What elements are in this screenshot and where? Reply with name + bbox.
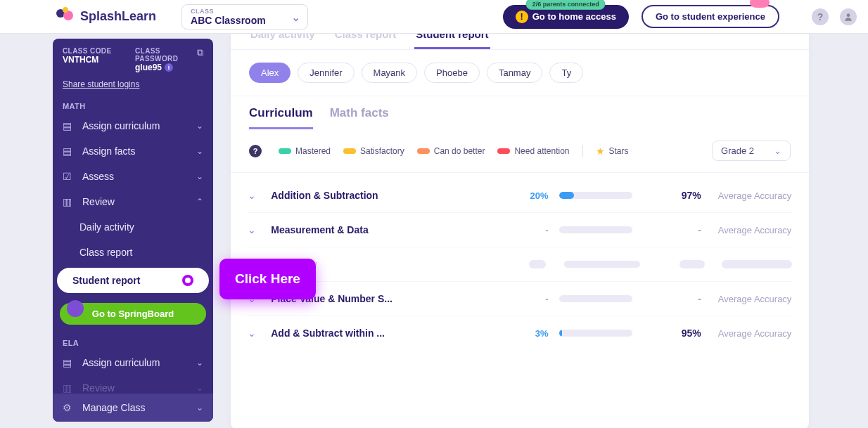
sidebar-item-class-report[interactable]: Class report xyxy=(53,240,213,265)
nav-label: Review xyxy=(82,382,196,394)
topic-name: Addition & Subtraction xyxy=(271,190,510,201)
report-card: Daily activity Class report Student repo… xyxy=(231,28,809,428)
gear-icon: ⚙ xyxy=(63,402,75,413)
subtab-mathfacts[interactable]: Math facts xyxy=(330,106,389,129)
sidebar-item-assess[interactable]: ☑ Assess ⌄ xyxy=(53,164,213,189)
review-icon: ▥ xyxy=(63,196,75,207)
student-chip-tanmay[interactable]: Tanmay xyxy=(487,63,543,83)
sidebar-item-assign-facts[interactable]: ▤ Assign facts ⌄ xyxy=(53,138,213,164)
chevron-down-icon: ⌄ xyxy=(196,358,203,368)
chevron-down-icon[interactable]: ⌄ xyxy=(248,190,260,201)
chevron-down-icon[interactable]: ⌄ xyxy=(248,328,260,339)
svg-point-2 xyxy=(63,7,68,13)
class-selector-label: CLASS xyxy=(191,8,279,15)
subtab-row: Curriculum Math facts xyxy=(231,96,809,129)
student-chip-row: Alex Jennifer Mayank Phoebe Tanmay Ty xyxy=(231,50,809,96)
class-selector[interactable]: CLASS ABC Classroom ⌄ xyxy=(181,4,308,30)
topic-row: ⌄ Addition & Subtraction 20% 97% Average… xyxy=(248,179,792,213)
share-student-logins-link[interactable]: Share student logins xyxy=(63,79,203,89)
accuracy-label: Average Accuracy xyxy=(718,190,792,201)
ela-section-label: ELA xyxy=(53,332,213,350)
accuracy-percent: 95% xyxy=(672,328,701,339)
nav-label: Class report xyxy=(79,247,132,258)
springboard-button[interactable]: Go to SpringBoard xyxy=(60,303,206,325)
info-icon[interactable]: i xyxy=(165,63,173,72)
nav-label: Daily activity xyxy=(79,221,134,233)
legend-need-attention: Need attention xyxy=(497,146,569,156)
legend-row: ? Mastered Satisfactory Can do better Ne… xyxy=(231,129,809,173)
chevron-up-icon: ⌃ xyxy=(196,197,203,207)
legend-satisfactory: Satisfactory xyxy=(343,146,404,156)
topic-percent: - xyxy=(521,225,548,235)
skeleton-block xyxy=(679,260,705,268)
nav-label: Student report xyxy=(72,275,182,286)
progress-bar xyxy=(559,192,632,199)
nav-label: Manage Class xyxy=(82,402,196,413)
topic-percent: - xyxy=(521,294,548,304)
app-header: SplashLearn CLASS ABC Classroom ⌄ 2/6 pa… xyxy=(0,0,868,34)
grade-selector-value: Grade 2 xyxy=(721,145,754,156)
progress-bar xyxy=(564,261,640,268)
sidebar-item-manage-class[interactable]: ⚙ Manage Class ⌄ xyxy=(53,394,213,422)
click-here-callout: Click Here xyxy=(219,259,316,299)
student-experience-button[interactable]: Go to student experience xyxy=(642,5,779,28)
topic-row: ⌄ Place Value & Number S... - - Average … xyxy=(248,282,792,316)
nav-label: Review xyxy=(82,196,196,207)
student-chip-alex[interactable]: Alex xyxy=(249,63,291,83)
nav-label: Assign curriculum xyxy=(82,120,196,131)
class-password-label: CLASS PASSWORD xyxy=(135,47,203,63)
accuracy-percent: - xyxy=(672,224,701,235)
legend-stars: ★Stars xyxy=(596,145,629,157)
help-icon[interactable]: ? xyxy=(249,145,262,157)
nav-label: Assign curriculum xyxy=(82,357,196,368)
topic-name: Add & Subtract within ... xyxy=(271,328,510,339)
alert-icon: ! xyxy=(516,11,528,23)
student-chip-jennifer[interactable]: Jennifer xyxy=(298,63,354,83)
home-access-label: Go to home access xyxy=(532,11,616,22)
progress-bar xyxy=(559,226,632,233)
sidebar-item-ela-assign-curriculum[interactable]: ▤ Assign curriculum ⌄ xyxy=(53,350,213,375)
chevron-down-icon[interactable]: ⌄ xyxy=(248,224,260,235)
legend-mastered: Mastered xyxy=(279,146,331,156)
student-chip-ty[interactable]: Ty xyxy=(549,63,583,83)
parents-connected-badge: 2/6 parents connected xyxy=(526,0,606,10)
copy-icon[interactable]: ⧉ xyxy=(197,47,203,58)
review-icon: ▥ xyxy=(63,382,75,394)
chevron-down-icon: ⌄ xyxy=(291,10,300,23)
skeleton-block xyxy=(529,260,546,268)
class-info: CLASS CODE VNTHCM CLASS PASSWORD glue95 … xyxy=(53,39,213,95)
topic-percent: 20% xyxy=(521,190,548,201)
class-password-value: glue95 i xyxy=(135,63,203,72)
subtab-curriculum[interactable]: Curriculum xyxy=(249,106,313,129)
topic-percent: 3% xyxy=(521,328,548,339)
active-dot-icon xyxy=(182,275,193,286)
chevron-down-icon: ⌄ xyxy=(196,403,203,413)
sidebar-item-student-report[interactable]: Student report xyxy=(57,268,209,293)
chevron-down-icon: ⌄ xyxy=(196,146,203,156)
sidebar-item-review[interactable]: ▥ Review ⌃ xyxy=(53,189,213,214)
chevron-down-icon: ⌄ xyxy=(196,171,203,181)
logo: SplashLearn xyxy=(53,4,156,30)
topic-row: ⌄ Add & Subtract within ... 3% 95% Avera… xyxy=(248,316,792,350)
springboard-label: Go to SpringBoard xyxy=(92,309,174,319)
class-selector-value: ABC Classroom xyxy=(191,15,279,26)
accuracy-label: Average Accuracy xyxy=(718,225,792,235)
svg-point-3 xyxy=(847,13,850,17)
student-chip-mayank[interactable]: Mayank xyxy=(362,63,418,83)
assess-icon: ☑ xyxy=(63,171,75,182)
student-chip-phoebe[interactable]: Phoebe xyxy=(424,63,480,83)
curriculum-icon: ▤ xyxy=(63,357,75,368)
topic-name: Measurement & Data xyxy=(271,224,510,235)
class-code-label: CLASS CODE xyxy=(63,47,131,55)
sidebar-item-assign-curriculum[interactable]: ▤ Assign curriculum ⌄ xyxy=(53,113,213,138)
account-icon[interactable] xyxy=(840,8,857,25)
nav-label: Assign facts xyxy=(82,145,196,157)
topic-row: ⌄ Measurement & Data - - Average Accurac… xyxy=(248,213,792,247)
topic-list: ⌄ Addition & Subtraction 20% 97% Average… xyxy=(231,173,809,356)
help-icon[interactable]: ? xyxy=(812,8,829,25)
progress-bar xyxy=(559,330,632,337)
skeleton-block xyxy=(722,260,792,268)
sidebar-item-daily-activity[interactable]: Daily activity xyxy=(53,214,213,240)
star-icon: ★ xyxy=(596,145,605,157)
grade-selector[interactable]: Grade 2 ⌄ xyxy=(712,141,791,161)
